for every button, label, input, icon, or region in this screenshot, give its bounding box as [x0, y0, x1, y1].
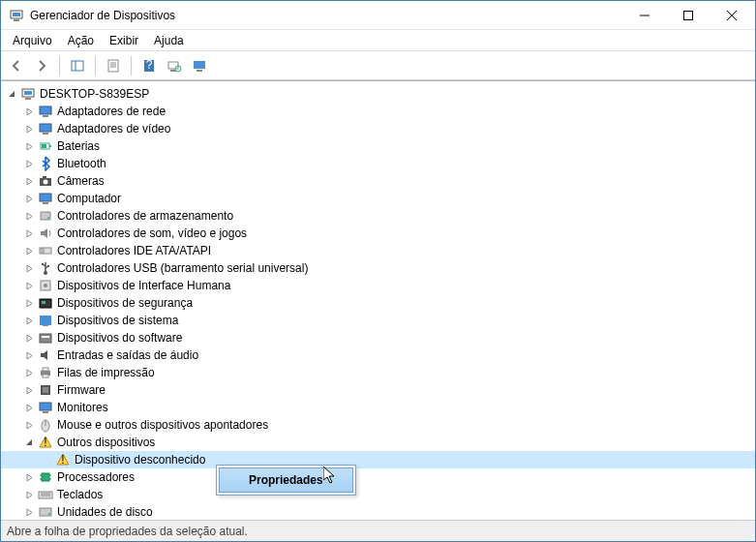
expand-icon[interactable] — [22, 296, 36, 310]
expand-icon[interactable] — [22, 192, 36, 205]
svg-rect-62 — [42, 473, 49, 481]
expand-icon[interactable] — [22, 157, 36, 170]
warning-icon: ! — [38, 435, 53, 450]
tree-category[interactable]: Firmware — [1, 381, 755, 399]
battery-icon — [38, 138, 53, 154]
expand-icon[interactable] — [22, 105, 36, 118]
tree-category[interactable]: Baterias — [1, 137, 755, 155]
expand-icon[interactable] — [22, 331, 36, 345]
tree-item-label: Dispositivos de segurança — [57, 296, 193, 310]
svg-rect-15 — [168, 62, 178, 69]
tree-category[interactable]: Adaptadores de rede — [1, 103, 755, 120]
disk-icon — [38, 504, 53, 520]
device-tree[interactable]: DESKTOP-S839ESP Adaptadores de redeAdapt… — [1, 80, 755, 520]
svg-rect-4 — [683, 11, 692, 19]
tree-category[interactable]: Bluetooth — [1, 155, 755, 172]
tree-category[interactable]: Controladores de armazenamento — [1, 207, 755, 225]
tree-root[interactable]: DESKTOP-S839ESP — [1, 85, 755, 103]
title-bar: Gerenciador de Dispositivos — [1, 1, 755, 30]
printer-icon — [38, 365, 53, 380]
help-button[interactable]: ? — [137, 54, 161, 77]
properties-button[interactable] — [102, 54, 125, 77]
expand-icon[interactable] — [22, 261, 36, 275]
expand-icon[interactable] — [22, 174, 36, 188]
tree-category[interactable]: Controladores USB (barramento serial uni… — [1, 259, 755, 277]
expand-icon[interactable] — [22, 226, 36, 240]
tree-category[interactable]: Unidades de disco — [1, 503, 755, 520]
svg-rect-52 — [43, 368, 48, 371]
collapse-icon[interactable] — [5, 87, 18, 101]
menu-bar: Arquivo Ação Exibir Ajuda — [1, 30, 755, 51]
window-title: Gerenciador de Dispositivos — [30, 9, 622, 22]
svg-rect-21 — [24, 91, 32, 95]
svg-rect-46 — [42, 301, 45, 304]
collapse-icon[interactable] — [22, 436, 36, 449]
software-icon — [38, 330, 53, 346]
tree-category[interactable]: Controladores IDE ATA/ATAPI — [1, 242, 755, 259]
tree-category[interactable]: Dispositivos de Interface Humana — [1, 277, 755, 294]
svg-rect-26 — [43, 133, 48, 135]
status-bar: Abre a folha de propriedades da seleção … — [1, 520, 755, 541]
tree-item-label: Controladores IDE ATA/ATAPI — [57, 244, 211, 257]
tree-category[interactable]: Controladores de som, vídeo e jogos — [1, 225, 755, 242]
tree-category[interactable]: Adaptadores de vídeo — [1, 120, 755, 137]
separator — [95, 56, 96, 75]
tree-category[interactable]: Dispositivos de sistema — [1, 312, 755, 329]
tree-category[interactable]: Dispositivos do software — [1, 329, 755, 346]
back-button[interactable] — [5, 54, 28, 77]
tree-category[interactable]: Dispositivos de segurança — [1, 294, 755, 312]
expand-icon[interactable] — [22, 314, 36, 327]
expand-icon[interactable] — [22, 244, 36, 257]
expand-icon[interactable] — [22, 383, 36, 397]
svg-text:!: ! — [61, 453, 64, 467]
svg-rect-29 — [42, 144, 46, 148]
audio-io-icon — [38, 347, 53, 363]
tree-category[interactable]: Monitores — [1, 399, 755, 416]
tree-category[interactable]: Processadores — [1, 468, 755, 486]
minimize-button[interactable] — [622, 1, 666, 30]
svg-rect-57 — [43, 411, 48, 413]
close-button[interactable] — [710, 1, 753, 30]
menu-exibir[interactable]: Exibir — [102, 31, 146, 50]
menu-arquivo[interactable]: Arquivo — [5, 31, 60, 50]
scan-hardware-button[interactable] — [163, 54, 186, 77]
menu-acao[interactable]: Ação — [60, 31, 102, 50]
tree-item-label: Dispositivo desconhecido — [75, 453, 205, 467]
tree-category[interactable]: Filas de impressão — [1, 364, 755, 381]
expand-icon[interactable] — [22, 122, 36, 136]
svg-rect-53 — [43, 375, 48, 377]
svg-rect-47 — [40, 316, 51, 325]
tree-category[interactable]: Computador — [1, 190, 755, 207]
tree-item-label: Firmware — [57, 383, 106, 397]
expand-icon[interactable] — [22, 470, 36, 484]
tree-category[interactable]: !Outros dispositivos — [1, 434, 755, 451]
expander-placeholder — [40, 453, 53, 467]
tree-item-label: Dispositivos de sistema — [57, 314, 178, 327]
tool-bar: ? — [1, 51, 755, 80]
expand-icon[interactable] — [22, 418, 36, 432]
tree-device[interactable]: !Dispositivo desconhecido — [1, 451, 755, 468]
expand-icon[interactable] — [22, 488, 36, 501]
expand-icon[interactable] — [22, 348, 36, 362]
expand-icon[interactable] — [22, 139, 36, 153]
forward-button[interactable] — [30, 54, 53, 77]
svg-rect-18 — [194, 61, 205, 69]
show-hide-console-tree-button[interactable] — [66, 54, 89, 77]
tree-item-label: Teclados — [57, 488, 103, 501]
expand-icon[interactable] — [22, 279, 36, 292]
expand-icon[interactable] — [22, 209, 36, 223]
remote-computer-button[interactable] — [188, 54, 211, 77]
status-text: Abre a folha de propriedades da seleção … — [7, 525, 248, 538]
menu-ajuda[interactable]: Ajuda — [146, 31, 192, 50]
expand-icon[interactable] — [22, 366, 36, 379]
maximize-button[interactable] — [666, 1, 710, 30]
tree-category[interactable]: Teclados — [1, 486, 755, 503]
expand-icon[interactable] — [22, 401, 36, 414]
tree-category[interactable]: Mouse e outros dispositivos apontadores — [1, 416, 755, 434]
tree-category[interactable]: Câmeras — [1, 172, 755, 190]
tree-item-label: Dispositivos do software — [57, 331, 182, 345]
tree-category[interactable]: Entradas e saídas de áudio — [1, 346, 755, 364]
tree-item-label: Dispositivos de Interface Humana — [57, 279, 230, 292]
hid-icon — [38, 278, 53, 293]
expand-icon[interactable] — [22, 505, 36, 519]
